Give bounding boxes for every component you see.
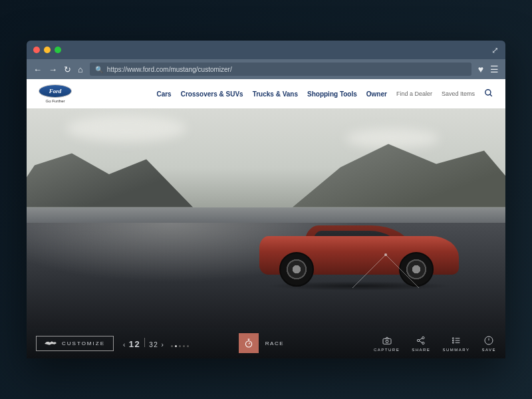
nav-saved[interactable]: Saved Items (442, 90, 475, 97)
race-button[interactable]: RACE (239, 333, 284, 353)
reload-button[interactable]: ↻ (64, 65, 71, 74)
hero-visual (27, 108, 505, 328)
share-icon (416, 335, 426, 346)
rear-wheel-icon (399, 252, 434, 287)
browser-window: ⤢ ← → ↻ ⌂ 🔍 https://www.ford.com/mustang… (27, 41, 505, 358)
svg-line-1 (490, 94, 492, 96)
camera-icon (382, 335, 392, 346)
chevron-right-icon[interactable]: › (161, 341, 164, 348)
summary-button[interactable]: SUMMARY (442, 335, 469, 352)
favorite-icon[interactable]: ♥ (478, 64, 483, 74)
search-button[interactable] (484, 88, 493, 100)
expand-icon[interactable]: ⤢ (491, 45, 499, 55)
brand-name: Ford (49, 88, 62, 94)
svg-line-13 (420, 340, 423, 342)
nav-owner[interactable]: Owner (366, 90, 387, 98)
svg-point-15 (452, 340, 454, 341)
share-button[interactable]: SHARE (412, 335, 430, 352)
forward-button[interactable]: → (49, 65, 57, 74)
race-label: RACE (265, 340, 284, 346)
svg-point-11 (422, 342, 424, 344)
chevron-left-icon[interactable]: ‹ (123, 341, 126, 348)
current-step: 12 (129, 339, 140, 349)
maximize-icon[interactable] (55, 47, 61, 53)
svg-point-8 (386, 340, 388, 342)
address-bar[interactable]: 🔍 https://www.ford.com/mustang/customize… (90, 63, 471, 76)
svg-point-14 (452, 337, 454, 338)
back-button[interactable]: ← (33, 65, 42, 74)
nav-dealer[interactable]: Find a Dealer (396, 90, 432, 97)
pager-dots (171, 345, 189, 347)
svg-point-16 (452, 342, 454, 343)
site-header: Ford Go Further Cars Crossovers & SUVs T… (27, 79, 505, 108)
customize-button[interactable]: CUSTOMIZE (36, 336, 114, 351)
svg-point-9 (418, 339, 420, 341)
home-button[interactable]: ⌂ (78, 65, 83, 74)
minimize-icon[interactable] (44, 47, 51, 53)
customize-label: CUSTOMIZE (62, 340, 105, 346)
titlebar: ⤢ (27, 41, 505, 59)
hamburger-icon[interactable]: ☰ (490, 64, 499, 74)
search-icon: 🔍 (95, 66, 103, 73)
svg-line-12 (420, 338, 423, 340)
primary-nav: Cars Crossovers & SUVs Trucks & Vans Sho… (156, 88, 493, 100)
footer-bar: CUSTOMIZE ‹ 12 32 › RACE CAPTURE (27, 328, 505, 358)
brand-logo[interactable]: Ford Go Further (39, 84, 72, 103)
nav-cars[interactable]: Cars (156, 90, 171, 98)
car-render (259, 225, 459, 287)
window-controls (33, 47, 61, 53)
list-icon (451, 335, 462, 346)
save-button[interactable]: SAVE (481, 335, 496, 352)
step-counter: ‹ 12 32 › (123, 338, 189, 349)
nav-trucks[interactable]: Trucks & Vans (253, 90, 298, 98)
nav-crossovers[interactable]: Crossovers & SUVs (181, 90, 243, 98)
url-text: https://www.ford.com/mustang/customizer/ (107, 66, 232, 73)
total-steps: 32 (149, 341, 158, 348)
svg-point-3 (245, 341, 251, 347)
svg-rect-7 (383, 338, 391, 344)
stopwatch-icon (239, 333, 259, 353)
front-wheel-icon (279, 252, 314, 287)
power-icon (483, 335, 494, 346)
svg-point-0 (485, 89, 491, 94)
capture-button[interactable]: CAPTURE (374, 335, 400, 352)
mustang-icon (45, 340, 57, 346)
close-icon[interactable] (33, 47, 40, 53)
action-bar: CAPTURE SHARE SUMMARY SAVE (374, 335, 496, 352)
svg-line-4 (249, 342, 250, 344)
brand-tagline: Go Further (45, 99, 65, 103)
browser-toolbar: ← → ↻ ⌂ 🔍 https://www.ford.com/mustang/c… (27, 59, 505, 79)
nav-shopping[interactable]: Shopping Tools (307, 90, 357, 98)
svg-point-10 (422, 336, 424, 338)
